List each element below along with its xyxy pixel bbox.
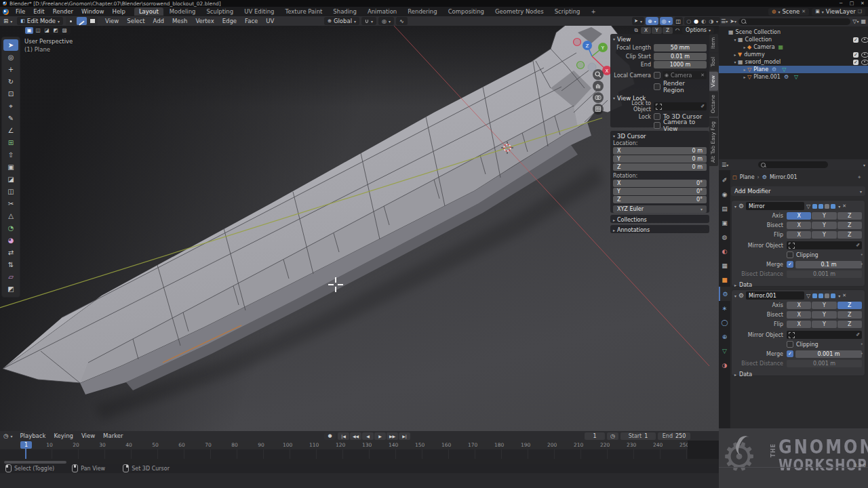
maximize-button[interactable]: □ [846, 1, 857, 7]
modifier-1-axis-y-button[interactable]: Y [812, 302, 836, 309]
rendered-shading-icon[interactable]: ◑ [709, 18, 713, 24]
eyedropper-icon[interactable]: ✐ [856, 332, 860, 338]
tool-rotate[interactable]: ↻ [3, 76, 18, 87]
show-object-types-button[interactable]: ➤▾ [632, 17, 644, 25]
workspace-tab-modeling[interactable]: Modeling [165, 7, 201, 16]
modifier-1-bisect-x-button[interactable]: X [787, 311, 811, 319]
copy-icon[interactable]: ❏ [858, 9, 862, 14]
clipping-checkbox[interactable] [787, 251, 793, 258]
timeline-editor-type[interactable]: ◷▾ [0, 432, 16, 440]
collapse-icon[interactable]: ▾ [734, 293, 736, 298]
eye-icon[interactable] [861, 37, 868, 43]
timeline-menu-view[interactable]: View [77, 432, 99, 439]
expand-icon[interactable]: ▸ [742, 67, 747, 72]
timeline-menu-marker[interactable]: Marker [99, 432, 127, 439]
workspace-tab-animation[interactable]: Animation [363, 7, 401, 16]
timeline-ruler[interactable]: 1020304050607080901001101201301401501601… [0, 441, 719, 449]
zoom-button[interactable] [593, 69, 604, 80]
close-icon[interactable]: ✕ [701, 73, 705, 78]
axis-neg-x-handle[interactable] [574, 39, 581, 46]
modifier-0-axis-z-button[interactable]: Z [837, 212, 862, 220]
tool-move[interactable]: + [3, 64, 18, 75]
tool-smooth[interactable]: ◕ [3, 235, 18, 246]
collapse-icon[interactable]: ▾ [613, 134, 615, 138]
properties-tab-world[interactable]: ◐ [719, 244, 730, 258]
clip-start-field[interactable]: 0.01 m [654, 53, 707, 60]
select-mode-option-4[interactable]: ▨ [60, 27, 68, 34]
camera-to-view-checkbox[interactable] [654, 122, 660, 129]
sidebar-tab-view[interactable]: View [709, 72, 718, 91]
outliner-row-sword_model[interactable]: ▾▦sword_model✓ [719, 58, 868, 66]
annotations-panel[interactable]: ▸Annotations [610, 225, 709, 233]
prev-keyframe-button[interactable]: ◀◀ [350, 432, 361, 440]
auto-keying-button[interactable]: ● [324, 432, 336, 440]
breadcrumb-modifier[interactable]: Mirror.001 [770, 174, 797, 180]
workspace-tab-texture-paint[interactable]: Texture Paint [281, 7, 328, 16]
material-shading-icon[interactable]: ◐ [701, 18, 706, 24]
face-select-button[interactable] [87, 17, 98, 25]
merge-threshold-field[interactable]: 0.1 m [795, 261, 862, 268]
camera-view-button[interactable] [593, 92, 604, 103]
viewport-display-toggle[interactable] [825, 204, 829, 209]
viewport-menu-uv[interactable]: UV [262, 18, 278, 24]
cursor-rotation-y-field[interactable]: Y0° [613, 188, 707, 195]
collapse-icon[interactable]: ▾ [613, 96, 615, 100]
tool-select-box[interactable]: ➤ [3, 39, 18, 51]
pivot-point-button[interactable]: ◎▾ [378, 17, 394, 25]
select-mode-option-0[interactable]: ▣ [25, 27, 33, 34]
modifier-name-field[interactable]: Mirror.001 [746, 291, 804, 300]
properties-tab-particles[interactable]: ∗ [719, 301, 730, 315]
local-camera-field[interactable]: ◉ Camera ✕ [663, 71, 707, 79]
modifier-1-bisect-y-button[interactable]: Y [812, 311, 836, 319]
expand-icon[interactable]: ▸ [734, 283, 736, 287]
cursor-rotation-x-field[interactable]: X0° [613, 180, 707, 187]
vertex-group-filter-icon[interactable]: ▽ [806, 203, 810, 209]
menu-render[interactable]: Render [49, 8, 77, 15]
properties-tab-output[interactable]: ▤ [719, 201, 730, 216]
pin-icon[interactable]: ⌖ [858, 174, 861, 181]
tool-cursor[interactable]: ◎ [3, 52, 18, 63]
render-region-checkbox[interactable] [654, 83, 660, 90]
properties-tab-object[interactable]: ■ [719, 272, 730, 287]
menu-help[interactable]: Help [108, 8, 129, 15]
viewport-menu-face[interactable]: Face [241, 18, 262, 24]
transform-orientation[interactable]: ⊕ Global ▾ [324, 17, 359, 25]
expand-icon[interactable]: ▸ [732, 52, 738, 57]
tool-knife[interactable]: ✂ [3, 198, 18, 209]
workspace-tab-geometry-nodes[interactable]: Geometry Nodes [490, 7, 549, 16]
tool-scale[interactable]: ⊡ [3, 88, 18, 100]
tool-edge-slide[interactable]: ⇄ [3, 247, 18, 258]
scene-selector[interactable]: ◍▾ Scene ✕ [768, 8, 809, 16]
next-keyframe-button[interactable]: ▶▶ [387, 432, 398, 440]
outliner-search[interactable] [738, 18, 850, 25]
properties-tab-view-layer[interactable]: ▣ [719, 216, 730, 230]
collapse-icon[interactable]: ▾ [613, 37, 615, 41]
viewport-menu-add[interactable]: Add [149, 18, 168, 24]
extras-menu-icon[interactable]: ▾ [838, 293, 840, 298]
outliner-row-collection[interactable]: ▾▦Collection✓ [719, 36, 868, 43]
select-mode-option-1[interactable]: ◫ [34, 27, 42, 34]
outliner-row-plane-001[interactable]: ▸▽Plane.001⚙▽ [719, 73, 868, 81]
expand-icon[interactable]: ▸ [734, 372, 736, 377]
render-display-toggle[interactable] [831, 204, 835, 209]
current-frame-field[interactable]: 1 [585, 432, 605, 440]
axis-neg-z-handle[interactable] [588, 63, 596, 71]
modifier-0-bisect-y-button[interactable]: Y [812, 222, 836, 229]
local-camera-checkbox[interactable] [654, 72, 660, 79]
properties-tab-collection[interactable]: ▦ [719, 258, 730, 272]
properties-tab-object-data[interactable]: ▽ [719, 344, 730, 358]
viewport-menu-view[interactable]: View [101, 18, 123, 24]
jump-to-start-button[interactable]: |◀ [338, 432, 349, 440]
menu-window[interactable]: Window [77, 8, 108, 15]
modifier-1-flip-x-button[interactable]: X [787, 321, 811, 328]
modifier-1-axis-x-button[interactable]: X [787, 302, 811, 309]
collections-panel[interactable]: ▸Collections [610, 215, 709, 223]
symmetry-x-toggle[interactable]: X [641, 27, 651, 34]
clip-end-field[interactable]: 1000 m [654, 61, 707, 68]
symmetry-z-toggle[interactable]: Z [663, 27, 673, 34]
outliner-filter-button[interactable]: ▽▾ [852, 18, 859, 24]
properties-tab-physics[interactable]: ◯ [719, 315, 730, 329]
sidebar-tab-octane[interactable]: Octane [709, 92, 718, 117]
expand-icon[interactable]: ▸ [742, 45, 747, 49]
workspace-tab-+[interactable]: + [586, 7, 600, 16]
